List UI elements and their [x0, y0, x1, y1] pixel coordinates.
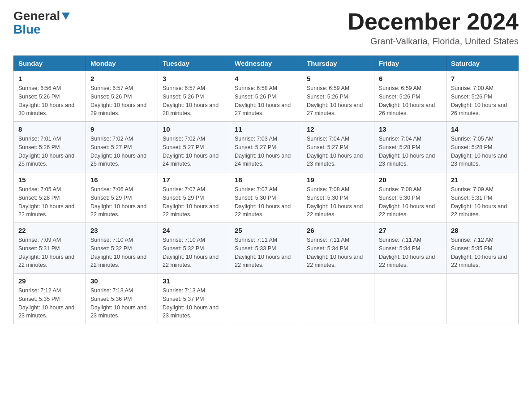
- day-cell: 25Sunrise: 7:11 AMSunset: 5:33 PMDayligh…: [230, 223, 302, 274]
- day-number: 21: [451, 176, 514, 184]
- day-cell: 4Sunrise: 6:58 AMSunset: 5:26 PMDaylight…: [230, 71, 302, 122]
- col-header-friday: Friday: [374, 56, 446, 71]
- day-sun-info: Sunrise: 6:56 AMSunset: 5:26 PMDaylight:…: [18, 84, 81, 118]
- calendar-week-row: 29Sunrise: 7:12 AMSunset: 5:35 PMDayligh…: [14, 274, 519, 324]
- day-sun-info: Sunrise: 7:02 AMSunset: 5:27 PMDaylight:…: [90, 135, 153, 168]
- day-cell: 21Sunrise: 7:09 AMSunset: 5:31 PMDayligh…: [446, 172, 519, 223]
- day-sun-info: Sunrise: 7:07 AMSunset: 5:29 PMDaylight:…: [163, 185, 225, 219]
- day-number: 7: [451, 75, 514, 82]
- empty-day-cell: [230, 274, 302, 324]
- svg-marker-0: [62, 13, 70, 20]
- day-number: 8: [18, 125, 81, 133]
- day-cell: 17Sunrise: 7:07 AMSunset: 5:29 PMDayligh…: [158, 172, 230, 223]
- day-sun-info: Sunrise: 7:00 AMSunset: 5:26 PMDaylight:…: [451, 84, 514, 118]
- day-sun-info: Sunrise: 7:08 AMSunset: 5:30 PMDaylight:…: [307, 185, 369, 219]
- day-cell: 9Sunrise: 7:02 AMSunset: 5:27 PMDaylight…: [86, 122, 158, 172]
- calendar-week-row: 8Sunrise: 7:01 AMSunset: 5:26 PMDaylight…: [14, 122, 519, 172]
- day-cell: 16Sunrise: 7:06 AMSunset: 5:29 PMDayligh…: [86, 172, 158, 223]
- col-header-monday: Monday: [86, 56, 158, 71]
- empty-day-cell: [374, 274, 446, 324]
- day-number: 9: [90, 125, 153, 133]
- day-number: 10: [163, 125, 225, 133]
- day-cell: 22Sunrise: 7:09 AMSunset: 5:31 PMDayligh…: [14, 223, 86, 274]
- day-number: 27: [379, 227, 442, 234]
- day-number: 24: [163, 227, 225, 234]
- day-number: 29: [18, 277, 81, 285]
- day-sun-info: Sunrise: 7:08 AMSunset: 5:30 PMDaylight:…: [379, 185, 442, 219]
- day-cell: 1Sunrise: 6:56 AMSunset: 5:26 PMDaylight…: [14, 71, 86, 122]
- day-number: 3: [163, 75, 225, 82]
- day-sun-info: Sunrise: 6:57 AMSunset: 5:26 PMDaylight:…: [163, 84, 225, 118]
- day-cell: 7Sunrise: 7:00 AMSunset: 5:26 PMDaylight…: [446, 71, 519, 122]
- day-cell: 19Sunrise: 7:08 AMSunset: 5:30 PMDayligh…: [302, 172, 374, 223]
- day-cell: 2Sunrise: 6:57 AMSunset: 5:26 PMDaylight…: [86, 71, 158, 122]
- day-sun-info: Sunrise: 7:10 AMSunset: 5:32 PMDaylight:…: [163, 236, 225, 270]
- day-number: 6: [379, 75, 442, 82]
- day-number: 17: [163, 176, 225, 184]
- page-header: General Blue December 2024 Grant-Valkari…: [13, 9, 519, 47]
- day-cell: 6Sunrise: 6:59 AMSunset: 5:26 PMDaylight…: [374, 71, 446, 122]
- day-sun-info: Sunrise: 7:09 AMSunset: 5:31 PMDaylight:…: [18, 236, 81, 270]
- day-number: 1: [18, 75, 81, 82]
- day-number: 13: [379, 125, 442, 133]
- day-sun-info: Sunrise: 6:59 AMSunset: 5:26 PMDaylight:…: [379, 84, 442, 118]
- day-sun-info: Sunrise: 7:05 AMSunset: 5:28 PMDaylight:…: [18, 185, 81, 219]
- day-number: 11: [235, 125, 297, 133]
- calendar-week-row: 22Sunrise: 7:09 AMSunset: 5:31 PMDayligh…: [14, 223, 519, 274]
- day-number: 28: [451, 227, 514, 234]
- day-cell: 23Sunrise: 7:10 AMSunset: 5:32 PMDayligh…: [86, 223, 158, 274]
- calendar-header-row: SundayMondayTuesdayWednesdayThursdayFrid…: [14, 56, 519, 71]
- day-sun-info: Sunrise: 7:01 AMSunset: 5:26 PMDaylight:…: [18, 135, 81, 168]
- day-sun-info: Sunrise: 7:09 AMSunset: 5:31 PMDaylight:…: [451, 185, 514, 219]
- day-cell: 14Sunrise: 7:05 AMSunset: 5:28 PMDayligh…: [446, 122, 519, 172]
- calendar-week-row: 1Sunrise: 6:56 AMSunset: 5:26 PMDaylight…: [14, 71, 519, 122]
- day-cell: 27Sunrise: 7:11 AMSunset: 5:34 PMDayligh…: [374, 223, 446, 274]
- day-sun-info: Sunrise: 7:12 AMSunset: 5:35 PMDaylight:…: [451, 236, 514, 270]
- logo: General Blue: [13, 9, 71, 37]
- day-sun-info: Sunrise: 7:13 AMSunset: 5:37 PMDaylight:…: [163, 287, 225, 320]
- day-cell: 26Sunrise: 7:11 AMSunset: 5:34 PMDayligh…: [302, 223, 374, 274]
- day-sun-info: Sunrise: 7:03 AMSunset: 5:27 PMDaylight:…: [235, 135, 297, 168]
- day-sun-info: Sunrise: 7:11 AMSunset: 5:33 PMDaylight:…: [235, 236, 297, 270]
- day-number: 23: [90, 227, 153, 234]
- day-number: 20: [379, 176, 442, 184]
- col-header-wednesday: Wednesday: [230, 56, 302, 71]
- day-sun-info: Sunrise: 7:10 AMSunset: 5:32 PMDaylight:…: [90, 236, 153, 270]
- day-cell: 13Sunrise: 7:04 AMSunset: 5:28 PMDayligh…: [374, 122, 446, 172]
- col-header-sunday: Sunday: [14, 56, 86, 71]
- day-number: 5: [307, 75, 369, 82]
- day-number: 2: [90, 75, 153, 82]
- day-number: 26: [307, 227, 369, 234]
- day-cell: 8Sunrise: 7:01 AMSunset: 5:26 PMDaylight…: [14, 122, 86, 172]
- day-number: 4: [235, 75, 297, 82]
- day-number: 31: [163, 277, 225, 285]
- day-sun-info: Sunrise: 7:12 AMSunset: 5:35 PMDaylight:…: [18, 287, 81, 320]
- day-number: 22: [18, 227, 81, 234]
- logo-blue-text: Blue: [13, 22, 41, 37]
- day-sun-info: Sunrise: 7:06 AMSunset: 5:29 PMDaylight:…: [90, 185, 153, 219]
- logo-general-text: General: [13, 9, 60, 23]
- empty-day-cell: [446, 274, 519, 324]
- calendar-table: SundayMondayTuesdayWednesdayThursdayFrid…: [13, 56, 519, 324]
- title-block: December 2024 Grant-Valkaria, Florida, U…: [348, 9, 519, 47]
- day-number: 18: [235, 176, 297, 184]
- day-sun-info: Sunrise: 7:07 AMSunset: 5:30 PMDaylight:…: [235, 185, 297, 219]
- logo-triangle-icon: [61, 11, 71, 21]
- day-sun-info: Sunrise: 7:11 AMSunset: 5:34 PMDaylight:…: [379, 236, 442, 270]
- col-header-saturday: Saturday: [446, 56, 519, 71]
- day-cell: 18Sunrise: 7:07 AMSunset: 5:30 PMDayligh…: [230, 172, 302, 223]
- day-cell: 15Sunrise: 7:05 AMSunset: 5:28 PMDayligh…: [14, 172, 86, 223]
- day-number: 16: [90, 176, 153, 184]
- day-cell: 10Sunrise: 7:02 AMSunset: 5:27 PMDayligh…: [158, 122, 230, 172]
- day-number: 12: [307, 125, 369, 133]
- day-sun-info: Sunrise: 7:11 AMSunset: 5:34 PMDaylight:…: [307, 236, 369, 270]
- day-sun-info: Sunrise: 6:57 AMSunset: 5:26 PMDaylight:…: [90, 84, 153, 118]
- col-header-thursday: Thursday: [302, 56, 374, 71]
- day-cell: 11Sunrise: 7:03 AMSunset: 5:27 PMDayligh…: [230, 122, 302, 172]
- day-cell: 24Sunrise: 7:10 AMSunset: 5:32 PMDayligh…: [158, 223, 230, 274]
- day-number: 25: [235, 227, 297, 234]
- day-cell: 12Sunrise: 7:04 AMSunset: 5:27 PMDayligh…: [302, 122, 374, 172]
- day-sun-info: Sunrise: 7:13 AMSunset: 5:36 PMDaylight:…: [90, 287, 153, 320]
- day-number: 14: [451, 125, 514, 133]
- location-subtitle: Grant-Valkaria, Florida, United States: [348, 36, 519, 47]
